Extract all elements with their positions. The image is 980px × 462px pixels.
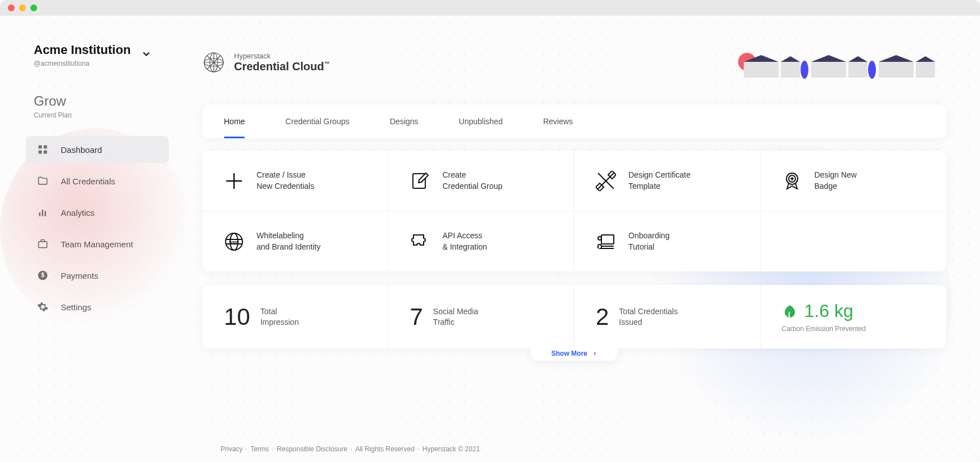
action-onboarding[interactable]: OnboardingTutorial <box>574 211 761 271</box>
analytics-icon <box>37 207 48 218</box>
www-globe-icon: WWW <box>224 232 244 252</box>
brand: Hyperstack Credential Cloud™ <box>203 51 330 74</box>
svg-marker-21 <box>781 56 800 62</box>
globe-logo-icon <box>203 51 225 74</box>
action-label-line: Credential Group <box>443 182 503 191</box>
sidebar-item-label: Analytics <box>61 208 95 218</box>
tab-label: Reviews <box>543 117 573 126</box>
action-label-line: Onboarding <box>628 231 669 240</box>
sidebar-item-label: Settings <box>61 302 91 312</box>
stat-impression: 10 TotalImpression <box>203 285 389 348</box>
sidebar-item-dashboard[interactable]: Dashboard <box>26 136 169 163</box>
action-label-line: Create <box>443 170 466 179</box>
action-label-line: New Credentials <box>257 182 314 191</box>
action-label-line: Template <box>628 182 660 191</box>
plan-block: Grow Current Plan <box>34 93 169 119</box>
action-label-line: Design Certificate <box>628 170 691 179</box>
stat-carbon: 1.6 kg Carbon Emission Prevented <box>761 285 947 348</box>
tab-designs[interactable]: Designs <box>390 105 419 138</box>
carbon-label: Carbon Emission Prevented <box>782 325 866 333</box>
main-content: Hyperstack Credential Cloud™ <box>186 16 980 462</box>
sidebar-item-analytics[interactable]: Analytics <box>26 199 169 226</box>
tab-reviews[interactable]: Reviews <box>543 105 573 138</box>
brand-main: Credential Cloud™ <box>234 60 330 73</box>
show-more-button[interactable]: Show More <box>531 346 618 361</box>
sidebar: Acme Institution @acmeinstitutiona Grow … <box>0 16 186 462</box>
sidebar-item-all-credentials[interactable]: All Credentials <box>26 167 169 194</box>
org-switcher[interactable]: Acme Institution @acmeinstitutiona <box>34 43 169 67</box>
quick-actions-card: Create / IssueNew Credentials CreateCred… <box>203 151 946 271</box>
action-label-line: Design New <box>815 170 857 179</box>
tab-label: Designs <box>390 117 419 126</box>
stat-value: 7 <box>410 304 423 330</box>
svg-point-30 <box>801 61 808 79</box>
tab-home[interactable]: Home <box>224 105 245 138</box>
dollar-icon: $ <box>37 270 48 281</box>
folder-icon <box>37 175 48 187</box>
action-api-access[interactable]: API Access& Integration <box>389 211 575 271</box>
action-label-line: API Access <box>443 231 483 240</box>
chevron-right-icon <box>592 351 597 356</box>
tab-unpublished[interactable]: Unpublished <box>459 105 503 138</box>
header-row: Hyperstack Credential Cloud™ <box>203 43 946 82</box>
svg-rect-4 <box>39 212 41 216</box>
svg-marker-25 <box>848 56 867 62</box>
ruler-pencil-icon <box>596 171 616 191</box>
sidebar-item-label: Payments <box>61 271 98 280</box>
footer-terms[interactable]: Terms <box>250 445 269 453</box>
action-design-badge[interactable]: Design NewBadge <box>761 151 947 211</box>
footer-disclosure[interactable]: Responsible Disclosure <box>277 445 347 453</box>
sidebar-item-payments[interactable]: $ Payments <box>26 262 169 289</box>
footer-copyright: Hyperstack © 2021 <box>422 445 480 453</box>
svg-point-45 <box>598 237 601 240</box>
edit-note-icon <box>410 171 430 191</box>
badge-icon <box>782 171 802 191</box>
svg-rect-22 <box>811 62 846 78</box>
stat-issued: 2 Total CredentialsIssued <box>574 285 761 348</box>
svg-rect-5 <box>42 210 43 216</box>
action-label-line: Badge <box>815 182 837 191</box>
action-design-certificate[interactable]: Design CertificateTemplate <box>574 151 761 211</box>
chevron-down-icon <box>141 48 152 62</box>
stat-label-line: Social Media <box>433 307 478 316</box>
window-close-dot[interactable] <box>8 4 15 11</box>
skyline-illustration <box>732 43 946 82</box>
stat-label-line: Traffic <box>433 318 455 327</box>
sidebar-item-team[interactable]: Team Management <box>26 230 169 257</box>
sidebar-nav: Dashboard All Credentials Analytics Team… <box>26 136 169 320</box>
show-more-label: Show More <box>551 350 587 357</box>
brand-sup: Hyperstack <box>234 52 330 60</box>
puzzle-icon <box>410 232 430 252</box>
window-maximize-dot[interactable] <box>30 4 37 11</box>
carbon-value: 1.6 kg <box>804 301 853 321</box>
svg-marker-29 <box>916 56 935 62</box>
tab-label: Unpublished <box>459 117 503 126</box>
org-name: Acme Institution <box>34 43 131 57</box>
footer-privacy[interactable]: Privacy <box>221 445 242 453</box>
svg-rect-26 <box>879 62 914 78</box>
svg-rect-24 <box>848 62 867 78</box>
window-chrome <box>0 0 980 16</box>
action-create-credentials[interactable]: Create / IssueNew Credentials <box>203 151 389 211</box>
briefcase-icon <box>37 238 48 250</box>
stat-label-line: Total <box>260 307 277 316</box>
stat-label-line: Impression <box>260 318 299 327</box>
svg-marker-23 <box>811 55 846 62</box>
action-label-line: Tutorial <box>628 242 654 251</box>
sidebar-item-label: All Credentials <box>61 176 115 186</box>
action-label-line: and Brand Identity <box>257 242 321 251</box>
svg-rect-7 <box>39 242 47 248</box>
plus-icon <box>224 171 244 191</box>
svg-rect-3 <box>44 151 47 154</box>
action-label-line: Create / Issue <box>257 170 305 179</box>
stat-label-line: Issued <box>619 318 642 327</box>
action-label-line: & Integration <box>443 242 487 251</box>
sidebar-item-settings[interactable]: Settings <box>26 293 169 320</box>
tabs: Home Credential Groups Designs Unpublish… <box>203 105 946 138</box>
action-whitelabeling[interactable]: WWW Whitelabelingand Brand Identity <box>203 211 389 271</box>
window-minimize-dot[interactable] <box>19 4 26 11</box>
action-create-group[interactable]: CreateCredential Group <box>389 151 575 211</box>
svg-rect-2 <box>39 151 42 154</box>
tab-label: Home <box>224 117 245 126</box>
tab-credential-groups[interactable]: Credential Groups <box>285 105 349 138</box>
